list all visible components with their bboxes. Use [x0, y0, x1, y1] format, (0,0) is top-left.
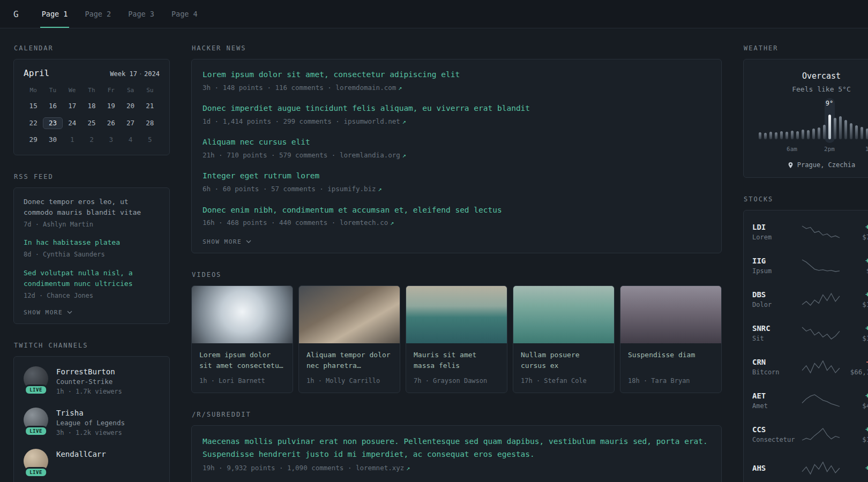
- calendar-day: 1: [63, 134, 82, 146]
- tab-page-4[interactable]: Page 4: [170, 0, 199, 28]
- tab-page-2[interactable]: Page 2: [83, 0, 113, 28]
- calendar-day: 18: [82, 100, 101, 112]
- stock-row[interactable]: AETAmet+0.92%$499.72: [752, 383, 868, 417]
- weather-bar: [844, 120, 847, 139]
- hn-story-domain[interactable]: ipsumify.biz: [327, 185, 376, 193]
- rss-item-meta: 7d · Ashlyn Martin: [24, 220, 160, 229]
- hn-story-domain[interactable]: loremdomain.com: [335, 84, 396, 92]
- stock-price: $66,171.48: [843, 368, 868, 376]
- stock-row[interactable]: LDILorem+4.35%$795.18: [752, 215, 868, 248]
- channel-name[interactable]: ForrestBurton: [56, 366, 122, 376]
- channel-name[interactable]: Trisha: [56, 408, 125, 417]
- hn-story-meta: 6h · 60 points · 57 comments · ipsumify.…: [203, 184, 710, 194]
- weather-chart: 9°: [759, 112, 868, 139]
- calendar-day: 5: [140, 134, 160, 146]
- video-card[interactable]: Lorem ipsum dolor sit amet consectetu…1h…: [191, 285, 293, 393]
- hn-story-title[interactable]: Integer eget rutrum lorem: [203, 170, 710, 182]
- calendar-day: 4: [121, 134, 140, 146]
- location-pin-icon: [788, 162, 794, 169]
- widget-title-subreddit: /R/SUBREDDIT: [192, 411, 722, 418]
- weather-hour: [844, 112, 847, 139]
- hn-story-domain[interactable]: loremtech.co: [340, 219, 388, 227]
- hn-story-title[interactable]: Donec enim nibh, condimentum et accumsan…: [203, 205, 710, 216]
- video-thumbnail: [513, 286, 614, 343]
- tab-page-1[interactable]: Page 1: [40, 0, 70, 28]
- calendar-day: 24: [63, 117, 82, 130]
- weather-hour: [759, 112, 761, 139]
- tab-page-3[interactable]: Page 3: [126, 0, 156, 28]
- calendar-day-header: Su: [140, 87, 160, 95]
- hn-story-meta: 21h · 710 points · 579 comments · loreml…: [203, 150, 710, 160]
- calendar-day: 28: [140, 117, 160, 130]
- weather-feels-like: Feels like 5°C: [753, 85, 868, 93]
- stock-row[interactable]: DBSDolor+1.42%$156.28: [752, 282, 868, 316]
- stock-row[interactable]: CCSConsectetur+0.51%$165.84: [752, 417, 868, 451]
- external-link-icon: ↗: [378, 185, 382, 193]
- channel-info: KendallCarr: [56, 449, 106, 460]
- subreddit-list: Maecenas mollis pulvinar erat non posuer…: [203, 435, 710, 473]
- video-thumbnail: [299, 286, 400, 343]
- video-card[interactable]: Nullam posuere cursus ex17h · Stefan Col…: [513, 285, 615, 393]
- stock-change: +2.84%: [843, 257, 868, 265]
- rss-item[interactable]: Donec tempor eros leo, ut commodo mauris…: [24, 197, 160, 230]
- rss-item-title[interactable]: Sed volutpat nulla nisl, a condimentum n…: [24, 268, 160, 290]
- video-card[interactable]: Aliquam tempor dolor nec pharetra…1h · M…: [298, 285, 400, 393]
- video-card[interactable]: Mauris sit amet massa felis7h · Grayson …: [406, 285, 507, 393]
- video-title[interactable]: Aliquam tempor dolor nec pharetra…: [306, 350, 392, 372]
- hn-list: Lorem ipsum dolor sit amet, consectetur …: [203, 69, 710, 228]
- stock-price: $165.84: [843, 435, 868, 443]
- stocks-widget: STOCKS LDILorem+4.35%$795.18IIGIpsum+2.8…: [743, 195, 868, 482]
- calendar-year: 2024: [144, 70, 160, 78]
- video-title[interactable]: Suspendisse diam: [628, 350, 714, 372]
- video-title[interactable]: Lorem ipsum dolor sit amet consectetu…: [199, 350, 285, 372]
- weather-widget: WEATHER Overcast Feels like 5°C 9° 6am2p…: [743, 44, 868, 178]
- video-title[interactable]: Nullam posuere cursus ex: [521, 350, 607, 372]
- hn-story-title[interactable]: Lorem ipsum dolor sit amet, consectetur …: [203, 69, 710, 81]
- weather-hour: [780, 112, 783, 139]
- widget-title-videos: VIDEOS: [192, 271, 722, 278]
- stock-name: Amet: [752, 402, 798, 410]
- stock-row[interactable]: IIGIpsum+2.84%$42.04: [752, 248, 868, 282]
- stock-row[interactable]: AHS+0.46%: [752, 451, 868, 482]
- rss-item-meta: 12d · Chance Jones: [24, 291, 160, 300]
- stock-values: +0.46%: [843, 464, 868, 472]
- chevron-down-icon: [246, 240, 251, 243]
- hn-story-domain[interactable]: ipsumworld.net: [343, 117, 400, 125]
- app-logo[interactable]: G: [13, 9, 19, 19]
- stock-row[interactable]: SNRCSit+1.36%$148.64: [752, 316, 868, 350]
- rss-widget: RSS FEED Donec tempor eros leo, ut commo…: [13, 173, 170, 324]
- rss-item-title[interactable]: In hac habitasse platea: [24, 237, 160, 248]
- calendar-header: April Week 17·2024: [24, 68, 160, 78]
- twitch-card: LIVEForrestBurtonCounter-Strike1h · 1.7k…: [13, 356, 170, 482]
- stock-change: +0.92%: [843, 391, 868, 400]
- channel-name[interactable]: KendallCarr: [56, 449, 106, 458]
- hn-story-meta: 3h · 148 points · 116 comments · loremdo…: [203, 83, 710, 93]
- subreddit-post-title[interactable]: Maecenas mollis pulvinar erat non posuer…: [203, 435, 710, 461]
- calendar-day: 19: [101, 100, 121, 112]
- widget-title-twitch: TWITCH CHANNELS: [14, 342, 170, 349]
- video-title[interactable]: Mauris sit amet massa felis: [414, 350, 499, 372]
- weather-hour: [785, 112, 788, 139]
- hn-show-more-button[interactable]: SHOW MORE: [203, 238, 710, 245]
- calendar-day: 30: [43, 134, 62, 146]
- twitch-channel[interactable]: LIVEKendallCarr: [24, 449, 160, 478]
- video-meta: 18h · Tara Bryan: [628, 376, 714, 386]
- rss-item-title[interactable]: Donec tempor eros leo, ut commodo mauris…: [24, 197, 160, 219]
- rss-show-more-button[interactable]: SHOW MORE: [24, 309, 160, 316]
- hn-story-title[interactable]: Donec imperdiet augue tincidunt felis al…: [203, 103, 710, 115]
- hn-story-domain[interactable]: loremlandia.org: [340, 151, 400, 159]
- twitch-channel[interactable]: LIVEForrestBurtonCounter-Strike1h · 1.7k…: [24, 366, 160, 396]
- rss-item[interactable]: In hac habitasse platea8d · Cynthia Saun…: [24, 237, 160, 259]
- twitch-widget: TWITCH CHANNELS LIVEForrestBurtonCounter…: [13, 342, 170, 482]
- stock-symbol: LDI: [752, 223, 798, 231]
- stock-row[interactable]: CRNBitcorn-1.00%$66,171.48: [752, 350, 868, 383]
- videos-row: Lorem ipsum dolor sit amet consectetu…1h…: [191, 285, 722, 393]
- video-card[interactable]: Suspendisse diam18h · Tara Bryan: [620, 285, 722, 393]
- stock-change: +0.46%: [843, 464, 868, 472]
- hn-story-title[interactable]: Aliquam nec cursus elit: [203, 137, 710, 148]
- subreddit-post-domain[interactable]: loremnet.xyz: [356, 464, 404, 472]
- stock-id: CRNBitcorn: [752, 358, 798, 376]
- calendar-card: April Week 17·2024 MoTuWeThFrSaSu1516171…: [13, 59, 170, 155]
- twitch-channel[interactable]: LIVETrishaLeague of Legends3h · 1.2k vie…: [24, 408, 160, 438]
- rss-item[interactable]: Sed volutpat nulla nisl, a condimentum n…: [24, 268, 160, 301]
